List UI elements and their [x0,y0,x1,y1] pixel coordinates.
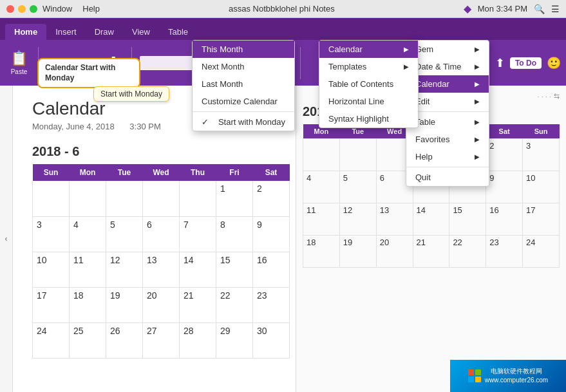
cal-left-cell-4-1[interactable]: 25 [70,322,106,358]
highlight-icon: 🖊 [278,56,290,70]
cal-right-cell-2-1[interactable]: 12 [339,203,376,236]
maximize-button[interactable] [30,5,37,13]
cal-right-cell-1-3[interactable]: 7 [413,171,449,203]
collapse-icon[interactable]: ⇆ [554,92,560,100]
cal-right-cell-0-2[interactable] [376,139,413,171]
cal-left-cell-3-1[interactable]: 18 [70,287,106,322]
emoji-button[interactable]: 🙂 [547,56,561,70]
cal-left-cell-3-4[interactable]: 21 [180,287,216,322]
cal-right-cell-2-6[interactable]: 17 [523,203,560,236]
cal-right-cell-1-2[interactable]: 6 [376,171,413,203]
cal-left-cell-3-0[interactable]: 17 [33,287,70,322]
search-icon[interactable]: 🔍 [534,4,545,14]
cal-left-cell-0-2[interactable] [106,181,143,216]
cal-right-cell-1-1[interactable]: 5 [339,171,376,203]
notification-button[interactable]: 🔔 [476,56,490,70]
cal-right-cell-1-5[interactable]: 9 [486,171,523,203]
minimize-button[interactable] [18,5,26,13]
traffic-lights [6,5,37,13]
cal-left-cell-2-4[interactable]: 14 [180,252,216,287]
cal-right-cell-3-1[interactable]: 19 [339,236,376,268]
window-menu[interactable]: Window [42,4,72,14]
font-size-select[interactable] [208,56,236,70]
sidebar-toggle[interactable]: ‹ [0,86,13,392]
cal-left-cell-4-2[interactable]: 26 [106,322,143,358]
highlight-button[interactable]: 🖊 [273,53,295,72]
cal-left-cell-1-4[interactable]: 7 [180,216,216,252]
close-button[interactable] [6,5,14,13]
cal-left-cell-2-0[interactable]: 10 [33,252,70,287]
cal-left-cell-3-3[interactable]: 20 [143,287,180,322]
cal-right-cell-2-0[interactable]: 11 [303,203,340,236]
tab-view[interactable]: View [123,24,159,40]
time-text: 3:30 PM [129,122,160,131]
cal-right-cell-3-3[interactable]: 21 [413,236,449,268]
cal-left-cell-4-0[interactable]: 24 [33,322,70,358]
annotation-bubble: Calendar Start with Monday [37,58,140,88]
cal-left-cell-1-5[interactable]: 8 [216,216,253,252]
cal-left-header-sun: Sun [33,164,70,181]
cal-right-cell-2-4[interactable]: 15 [449,203,486,236]
cal-left-cell-0-4[interactable] [180,181,216,216]
cal-left-cell-2-3[interactable]: 13 [143,252,180,287]
cal-right-cell-0-4[interactable]: 1 [449,139,486,171]
cal-right-cell-3-6[interactable]: 24 [523,236,560,268]
tab-home[interactable]: Home [5,24,46,40]
font-family-select[interactable] [140,56,204,70]
cal-left-cell-3-5[interactable]: 22 [216,287,253,322]
cal-left-cell-0-1[interactable] [70,181,106,216]
cal-left-cell-1-0[interactable]: 3 [33,216,70,252]
cal-left-cell-3-2[interactable]: 19 [106,287,143,322]
help-menu[interactable]: Help [82,4,100,14]
cal-right-cell-0-1[interactable] [339,139,376,171]
cal-left-cell-1-6[interactable]: 9 [253,216,290,252]
cal-right-cell-2-3[interactable]: 14 [413,203,449,236]
cal-left-cell-0-3[interactable] [143,181,180,216]
ribbon-separator-4 [300,47,301,79]
cal-right-cell-1-4[interactable]: 8 [449,171,486,203]
watermark: 电脑软硬件教程网 www.computer26.com [450,360,566,392]
cal-right-row-3: 18192021222324 [303,236,560,268]
cal-right-cell-1-0[interactable]: 4 [303,171,340,203]
cal-right-cell-0-6[interactable]: 3 [523,139,560,171]
cal-left-cell-4-3[interactable]: 27 [143,322,180,358]
cal-left-cell-4-4[interactable]: 28 [180,322,216,358]
todo-button[interactable]: To Do [510,57,542,69]
cal-left-cell-2-1[interactable]: 11 [70,252,106,287]
cal-right-cell-2-2[interactable]: 13 [376,203,413,236]
cal-left-row-4: 24252627282930 [33,322,290,358]
cal-left-cell-3-6[interactable]: 23 [253,287,290,322]
cal-right-cell-3-5[interactable]: 23 [486,236,523,268]
cal-left-cell-4-6[interactable]: 30 [253,322,290,358]
cal-left-cell-2-5[interactable]: 15 [216,252,253,287]
cal-left-row-1: 3456789 [33,216,290,252]
menu-icon[interactable]: ☰ [551,4,560,14]
share-button[interactable]: ⬆ [495,56,505,70]
cal-right-cell-3-4[interactable]: 22 [449,236,486,268]
cal-left-cell-0-6[interactable]: 2 [253,181,290,216]
cal-right-cell-1-6[interactable]: 10 [523,171,560,203]
cal-right-cell-3-2[interactable]: 20 [376,236,413,268]
cal-right-cell-3-0[interactable]: 18 [303,236,340,268]
tab-table[interactable]: Table [159,24,197,40]
cal-left-cell-4-5[interactable]: 29 [216,322,253,358]
paste-button[interactable]: 📋 Paste [5,48,33,78]
cal-right-cell-0-0[interactable] [303,139,340,171]
watermark-line1: 电脑软硬件教程网 [485,367,548,376]
bullet-list-button[interactable]: ☰ [250,53,270,73]
tab-insert[interactable]: Insert [46,24,86,40]
cal-right-cell-0-3[interactable] [413,139,449,171]
paste-label: Paste [11,68,28,75]
cal-left-cell-0-5[interactable]: 1 [216,181,253,216]
cal-left-cell-0-0[interactable] [33,181,70,216]
tab-draw[interactable]: Draw [86,24,123,40]
cal-left-cell-2-2[interactable]: 12 [106,252,143,287]
cal-left-cell-1-1[interactable]: 4 [70,216,106,252]
cal-left-cell-2-6[interactable]: 16 [253,252,290,287]
cal-left-cell-1-2[interactable]: 5 [106,216,143,252]
cal-right-cell-0-5[interactable]: 2 [486,139,523,171]
paste-icon: 📋 [10,50,28,67]
toolbar-dots: · · · · [538,93,551,100]
cal-right-cell-2-5[interactable]: 16 [486,203,523,236]
cal-left-cell-1-3[interactable]: 6 [143,216,180,252]
